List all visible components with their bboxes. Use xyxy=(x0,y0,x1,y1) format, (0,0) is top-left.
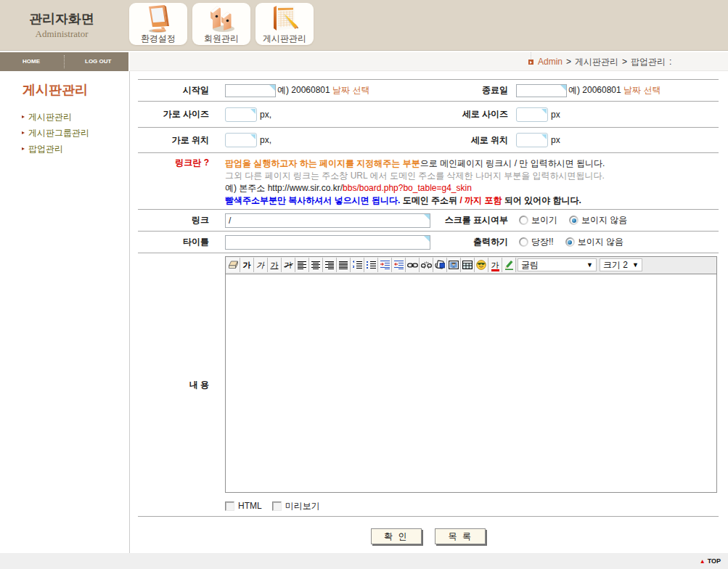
image-icon[interactable] xyxy=(447,258,461,272)
bold-glyph: 가 xyxy=(243,261,251,269)
content-cell: 가 가 가 가 xyxy=(216,253,719,516)
input-corner-decoration xyxy=(424,236,430,242)
end-date-picker-link[interactable]: 날짜 선택 xyxy=(623,85,660,95)
list-button[interactable]: 목 록 xyxy=(435,528,486,544)
help-line-4: 빨색주소부분만 복사하셔서 넣으시면 됩니다. 도메인 주소뒤 / 까지 포함 … xyxy=(225,195,719,207)
output-hidden-radio[interactable] xyxy=(565,237,575,247)
font-size-value: 크기 2 xyxy=(603,259,628,271)
form-actions: 확 인 목 록 xyxy=(138,528,719,544)
field-cell: 예) 20060801 날짜 선택 xyxy=(216,84,432,97)
underline-icon[interactable]: 가 xyxy=(268,258,282,272)
field-cell: 당장!! 보이지 않음 xyxy=(508,236,719,248)
breadcrumb-admin[interactable]: Admin xyxy=(538,57,563,67)
end-date-hint: 예) 20060801 날짜 선택 xyxy=(568,84,660,97)
outdent-icon[interactable] xyxy=(392,258,406,272)
editor-content-area[interactable] xyxy=(226,274,716,492)
strikethrough-icon[interactable]: 가 xyxy=(282,258,295,272)
ordered-list-icon[interactable] xyxy=(351,258,364,272)
link-help-line3-red: bbs/board.php?bo_table=g4_skin xyxy=(343,183,472,193)
input-wrapper xyxy=(225,107,257,122)
breadcrumb-level2[interactable]: 팝업관리 xyxy=(631,57,666,67)
sidebar-item-board-group-admin[interactable]: 게시판그룹관리 xyxy=(0,125,128,141)
output-label: 출력하기 xyxy=(432,236,508,248)
field-cell: 보이기 보이지 않음 xyxy=(508,214,719,226)
breadcrumb-sep: > xyxy=(622,57,627,67)
highlight-icon[interactable] xyxy=(502,258,516,272)
font-color-glyph: 가 xyxy=(491,261,499,269)
breadcrumb-bar: Admin>게시판관리>팝업관리: xyxy=(130,52,728,71)
sidebar-item-popup-admin[interactable]: 팝업관리 xyxy=(0,141,128,157)
sidebar-item-board-admin[interactable]: 게시판관리 xyxy=(0,109,128,125)
table-icon[interactable] xyxy=(461,258,475,272)
go-top-label: TOP xyxy=(708,557,721,565)
pos-y-label: 세로 위치 xyxy=(432,134,508,147)
start-date-hint-text: 예) 20060801 xyxy=(277,85,330,95)
field-cell: px xyxy=(508,107,719,122)
scroll-label: 스크롤 표시여부 xyxy=(432,214,508,226)
align-center-icon[interactable] xyxy=(309,258,323,272)
dropdown-arrow-icon: ▼ xyxy=(586,261,593,269)
scroll-hidden-radio[interactable] xyxy=(569,216,578,225)
input-corner-decoration xyxy=(560,85,566,91)
go-top-button[interactable]: ▲TOP xyxy=(700,553,721,569)
emoticon-icon[interactable] xyxy=(475,258,488,272)
nav-board-button[interactable]: 게시판관리 xyxy=(255,3,314,45)
height-unit: px xyxy=(551,110,560,120)
align-right-icon[interactable] xyxy=(323,258,337,272)
eraser-icon[interactable] xyxy=(226,258,240,272)
link-input[interactable] xyxy=(225,213,430,228)
confirm-button[interactable]: 확 인 xyxy=(371,528,422,544)
link-help-line4-blue: 빨색주소부분만 복사하셔서 넣으시면 됩니다. xyxy=(225,195,400,205)
html-checkbox[interactable] xyxy=(225,502,234,511)
preview-checkbox[interactable] xyxy=(272,502,282,511)
link-help-text: 팝업을 실행하고자 하는 페이지를 지정해주는 부분으로 메인페이지 링크시 /… xyxy=(216,153,719,209)
unlink-icon[interactable] xyxy=(420,258,433,272)
input-wrapper xyxy=(516,107,548,122)
font-size-select[interactable]: 크기 2▼ xyxy=(600,258,642,271)
sidebar-menu: 게시판관리 게시판그룹관리 팝업관리 xyxy=(0,109,128,157)
start-date-picker-link[interactable]: 날짜 선택 xyxy=(332,85,369,95)
breadcrumb-suffix: : xyxy=(669,57,671,67)
nav-members-button[interactable]: 회원관리 xyxy=(192,3,250,45)
link-help-line4-rest: 되어 있어야 합니다. xyxy=(504,195,581,205)
italic-icon[interactable]: 가 xyxy=(254,258,268,272)
breadcrumb-level1[interactable]: 게시판관리 xyxy=(575,57,618,67)
header: 관리자화면 Administrator xyxy=(0,0,728,51)
indent-icon[interactable] xyxy=(378,258,392,272)
home-button[interactable]: HOME xyxy=(23,52,40,71)
input-wrapper xyxy=(225,133,257,147)
unordered-list-icon[interactable] xyxy=(364,258,378,272)
align-justify-icon[interactable] xyxy=(337,258,351,272)
start-date-input[interactable] xyxy=(225,84,276,97)
topbar: HOME LOG OUT xyxy=(0,52,128,71)
scroll-visible-radio[interactable] xyxy=(519,216,528,225)
nav-members-label: 회원관리 xyxy=(192,33,250,45)
input-wrapper xyxy=(225,235,430,250)
app-title: 관리자화면 xyxy=(25,12,98,26)
title-input[interactable] xyxy=(225,235,430,250)
scroll-visible-label: 보이기 xyxy=(531,214,557,226)
preview-checkbox-label: 미리보기 xyxy=(285,500,320,512)
field-cell xyxy=(216,213,432,228)
sidebar: 게시판관리 게시판관리 게시판그룹관리 팝업관리 xyxy=(0,71,130,553)
topbar-divider xyxy=(64,55,65,68)
output-now-radio[interactable] xyxy=(519,237,528,247)
link-icon[interactable] xyxy=(406,258,420,272)
input-wrapper xyxy=(225,84,276,97)
output-now-label: 당장!! xyxy=(531,236,554,248)
sidebar-title: 게시판관리 xyxy=(23,81,88,99)
main: 시작일 예) 20060801 날짜 선택 종료일 예) 20060801 날짜… xyxy=(131,71,728,553)
title-label: 타이틀 xyxy=(138,236,216,248)
font-family-select[interactable]: 굴림▼ xyxy=(518,258,597,271)
pos-x-label: 가로 위치 xyxy=(138,134,216,147)
align-left-icon[interactable] xyxy=(295,258,309,272)
field-cell: px, xyxy=(216,107,432,122)
end-date-label: 종료일 xyxy=(432,84,508,97)
web-image-icon[interactable] xyxy=(433,258,447,272)
nav-config-button[interactable]: 환경설정 xyxy=(129,3,187,45)
end-date-input[interactable] xyxy=(516,84,567,97)
editor-toolbar: 가 가 가 가 xyxy=(226,257,716,274)
logout-button[interactable]: LOG OUT xyxy=(85,52,111,71)
bold-icon[interactable]: 가 xyxy=(240,258,254,272)
font-color-icon[interactable]: 가 xyxy=(488,258,502,272)
